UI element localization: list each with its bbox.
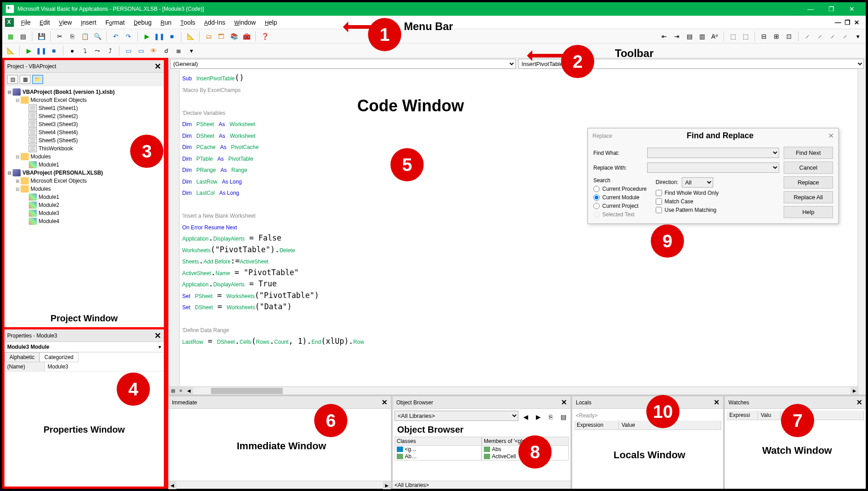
object-browser-close-icon[interactable]: ✕ [561, 398, 567, 407]
replace-with-input[interactable] [647, 162, 779, 173]
help-icon[interactable]: ❓ [259, 31, 270, 42]
tb-icon-a[interactable]: ▤ [684, 31, 695, 42]
watch-icon[interactable]: 👁 [148, 45, 159, 56]
locals-icon[interactable]: ▭ [123, 45, 134, 56]
menu-debug[interactable]: Debug [129, 17, 156, 28]
code-vertical-scrollbar[interactable] [858, 70, 866, 395]
doc-close[interactable]: ✕ [854, 19, 859, 26]
tb-icon-j[interactable]: ⟋ [815, 31, 825, 42]
toolbox-icon[interactable]: 🧰 [241, 31, 252, 42]
tb-icon-l[interactable]: ⟋ [840, 31, 850, 42]
props-row-name[interactable]: (Name)Module3 [4, 362, 164, 372]
find-dialog-close-icon[interactable]: ✕ [828, 132, 834, 140]
outdent-icon[interactable]: ⇥ [671, 31, 682, 42]
breakpoint-icon[interactable]: ● [67, 45, 78, 56]
project-tree[interactable]: ⊟VBAProject (Book1 (version 1).xlsb) ⊟Mi… [4, 86, 164, 310]
reset-icon[interactable]: ■ [167, 31, 177, 42]
tb-icon-m[interactable]: ▾ [852, 31, 863, 42]
code-horizontal-scrollbar[interactable]: ▤≡◀ ▶ [169, 386, 859, 395]
maximize-button[interactable]: ❐ [821, 2, 842, 16]
view-object-icon[interactable]: ▦ [20, 75, 31, 84]
menu-insert[interactable]: Insert [76, 17, 101, 28]
menu-tools[interactable]: Tools [176, 17, 200, 28]
code-object-dropdown[interactable]: (General) [170, 59, 516, 69]
locals-close-icon[interactable]: ✕ [714, 398, 719, 407]
immediate-icon[interactable]: ▭ [136, 45, 146, 56]
menu-run[interactable]: Run [156, 17, 176, 28]
indent-icon[interactable]: ⇤ [659, 31, 670, 42]
properties-panel-close-icon[interactable]: ✕ [154, 331, 161, 341]
ob-def-icon[interactable]: ▤ [558, 412, 569, 422]
tb-icon-d[interactable]: ⬚ [728, 31, 738, 42]
menu-addins[interactable]: Add-Ins [200, 17, 230, 28]
paste-icon[interactable]: 📋 [79, 31, 90, 42]
find-next-button[interactable]: Find Next [784, 147, 833, 159]
tb-icon-b[interactable]: ▥ [697, 31, 707, 42]
tb-icon-i[interactable]: ⟋ [802, 31, 813, 42]
design-mode-icon[interactable]: 📐 [185, 31, 196, 42]
check-whole-word[interactable]: Find Whole Word Only [656, 190, 719, 196]
project-panel-close-icon[interactable]: ✕ [154, 61, 161, 71]
toggle-folders-icon[interactable]: 📁 [32, 75, 43, 84]
tb-icon-c[interactable]: Aᵃ [709, 31, 720, 42]
menu-edit[interactable]: Edit [35, 17, 54, 28]
watches-col-expression[interactable]: Expressi [727, 411, 758, 420]
copy-icon[interactable]: ⎘ [67, 31, 78, 42]
properties-window-icon[interactable]: 🗔 [216, 31, 227, 42]
check-pattern-matching[interactable]: Use Pattern Matching [656, 207, 719, 213]
excel-icon[interactable] [5, 18, 14, 27]
find-what-input[interactable] [647, 148, 779, 158]
save-icon[interactable]: 💾 [36, 31, 47, 42]
step-into-icon[interactable]: ⤵ [79, 45, 90, 56]
menu-window[interactable]: Window [230, 17, 260, 28]
replace-button[interactable]: Replace [784, 176, 833, 189]
tb-icon-g[interactable]: ⊞ [771, 31, 782, 42]
check-match-case[interactable]: Match Case [656, 198, 719, 205]
step-out-icon[interactable]: ⤴ [105, 45, 115, 56]
radio-selected-text[interactable]: Selected Text [593, 211, 647, 218]
watches-close-icon[interactable]: ✕ [856, 398, 862, 407]
insert-module-icon[interactable]: ▤ [18, 31, 28, 42]
ob-copy-icon[interactable]: ⎘ [545, 412, 556, 422]
menu-help[interactable]: Help [260, 17, 281, 28]
tb-icon-k[interactable]: ⟋ [827, 31, 838, 42]
redo-icon[interactable]: ↷ [123, 31, 134, 42]
tb-icon-e[interactable]: ⬚ [740, 31, 751, 42]
radio-current-module[interactable]: Current Module [593, 194, 647, 201]
minimize-button[interactable]: — [800, 2, 821, 16]
props-tab-alphabetic[interactable]: Alphabetic [4, 352, 39, 362]
run2-icon[interactable]: ▶ [23, 45, 34, 56]
class-item-ab[interactable]: Ab… [395, 453, 481, 460]
replace-tab[interactable]: Replace [592, 133, 612, 139]
tb2-dd[interactable]: ▾ [186, 45, 197, 56]
doc-restore[interactable]: ❐ [845, 19, 850, 26]
watches-col-value[interactable]: Valu [758, 411, 780, 420]
step-over-icon[interactable]: ⤳ [92, 45, 103, 56]
tb-icon-f[interactable]: ⊟ [758, 31, 769, 42]
close-button[interactable]: ✕ [842, 2, 862, 16]
doc-minimize[interactable]: — [835, 19, 841, 26]
undo-icon[interactable]: ↶ [110, 31, 121, 42]
run-icon[interactable]: ▶ [141, 31, 152, 42]
view-code-icon[interactable]: ▤ [7, 75, 18, 84]
code-window[interactable]: Sub InsertPivotTable() 'Macro By ExcelCh… [168, 70, 866, 395]
immediate-close-icon[interactable]: ✕ [381, 398, 387, 407]
props-object-dropdown-icon[interactable]: ▾ [158, 344, 161, 350]
project-explorer-icon[interactable]: 🗂 [203, 31, 214, 42]
props-tab-categorized[interactable]: Categorized [39, 352, 79, 362]
object-browser-icon[interactable]: 📚 [228, 31, 239, 42]
find-icon[interactable]: 🔍 [92, 31, 103, 42]
design-mode-icon2[interactable]: 📐 [5, 45, 16, 56]
locals-col-expression[interactable]: Expression [574, 421, 619, 430]
break2-icon[interactable]: ❚❚ [36, 45, 47, 56]
library-dropdown[interactable]: <All Libraries> [395, 411, 518, 421]
menu-file[interactable]: File [17, 17, 35, 28]
call-stack-icon[interactable]: ≣ [173, 45, 184, 56]
cut-icon[interactable]: ✂ [54, 31, 65, 42]
radio-current-project[interactable]: Current Project [593, 203, 647, 209]
tb-icon-h[interactable]: ⊡ [784, 31, 794, 42]
help-button[interactable]: Help [784, 206, 833, 218]
cancel-button[interactable]: Cancel [784, 162, 833, 174]
direction-dropdown[interactable]: All [682, 177, 713, 188]
quick-watch-icon[interactable]: ☌ [161, 45, 171, 56]
